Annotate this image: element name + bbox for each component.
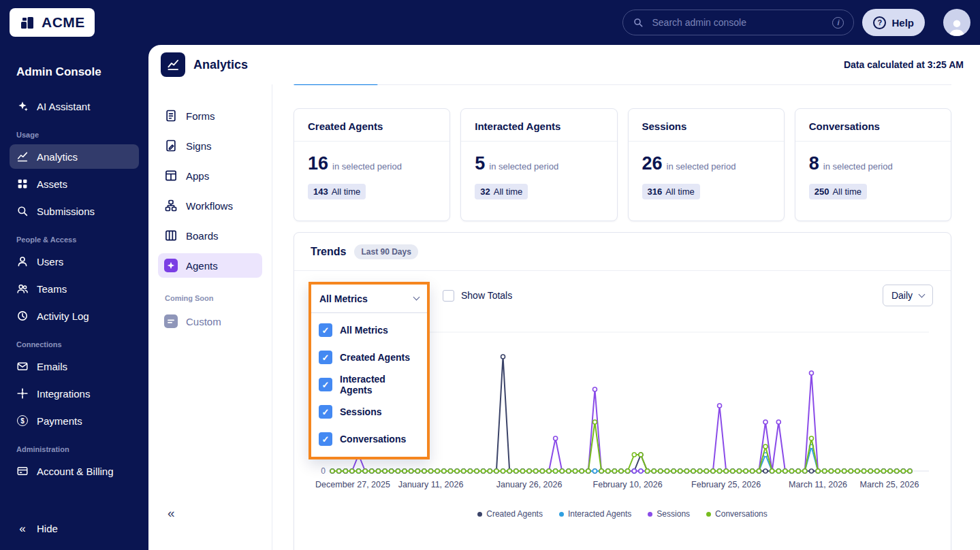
all-time-badge: 143All time xyxy=(308,184,366,199)
product-nav-label: Custom xyxy=(186,316,221,327)
legend-dot-icon xyxy=(706,512,711,517)
billing-card-icon xyxy=(16,465,29,477)
metrics-option-interacted-agents[interactable]: Interacted Agents xyxy=(311,371,427,398)
legend-dot-icon xyxy=(648,512,652,517)
stat-title: Conversations xyxy=(795,109,951,142)
tab-bar xyxy=(294,84,951,85)
all-time-value: 143 xyxy=(313,187,328,197)
all-time-label: All time xyxy=(665,187,695,197)
product-nav-label: Workflows xyxy=(186,200,233,212)
stat-period-label: in selected period xyxy=(489,161,558,172)
checkbox-checked-icon[interactable] xyxy=(319,378,332,391)
legend-label: Interacted Agents xyxy=(568,509,631,519)
stat-title: Interacted Agents xyxy=(461,109,616,142)
trends-header: Trends Last 90 Days xyxy=(294,233,951,271)
double-chevron-left-icon: « xyxy=(16,522,29,534)
product-nav-apps[interactable]: Apps xyxy=(158,163,262,188)
product-nav-forms[interactable]: Forms xyxy=(158,103,262,128)
stat-title: Created Agents xyxy=(294,109,449,142)
acme-logo[interactable]: ACME xyxy=(10,8,95,37)
sidebar-item-emails[interactable]: Emails xyxy=(10,354,139,378)
all-time-label: All time xyxy=(832,187,862,197)
logo-text: ACME xyxy=(42,14,85,31)
search-bar[interactable]: i xyxy=(622,10,854,35)
sidebar-hide-button[interactable]: « Hide xyxy=(10,516,139,540)
stats-row: Created Agents 16in selected period 143A… xyxy=(294,108,951,221)
product-nav-label: Signs xyxy=(186,140,212,152)
legend-dot-icon xyxy=(477,512,482,517)
integrations-icon xyxy=(16,387,29,400)
hide-label: Hide xyxy=(37,523,58,534)
trends-range-badge: Last 90 Days xyxy=(354,244,417,259)
sidebar-item-submissions[interactable]: Submissions xyxy=(10,199,139,223)
sidebar-item-integrations[interactable]: Integrations xyxy=(10,381,139,406)
product-nav-boards[interactable]: Boards xyxy=(158,223,262,248)
stat-value: 8 xyxy=(809,153,819,174)
checkbox-checked-icon[interactable] xyxy=(319,432,332,446)
sidebar-item-label: Teams xyxy=(37,283,67,295)
product-nav-label: Forms xyxy=(186,110,215,122)
section-label-usage: Usage xyxy=(16,131,132,139)
metrics-option-conversations[interactable]: Conversations xyxy=(311,425,427,453)
metrics-option-all-metrics[interactable]: All Metrics xyxy=(311,317,427,344)
search-info-icon[interactable]: i xyxy=(832,17,844,29)
topbar: ACME i ? Help xyxy=(0,0,980,45)
sidebar-item-account-billing[interactable]: Account & Billing xyxy=(10,459,139,483)
product-nav: Forms Signs Apps Workflows Boards xyxy=(148,84,272,550)
sidebar-item-users[interactable]: Users xyxy=(10,249,139,274)
workflows-icon xyxy=(164,199,178,212)
checkbox-checked-icon[interactable] xyxy=(319,405,332,419)
checkbox-checked-icon[interactable] xyxy=(319,323,332,337)
apps-icon xyxy=(164,169,178,182)
checkbox-unchecked-icon[interactable] xyxy=(443,290,454,302)
help-button[interactable]: ? Help xyxy=(862,9,925,36)
product-nav-signs[interactable]: Signs xyxy=(158,133,262,158)
sidebar-item-label: Analytics xyxy=(37,151,78,163)
stat-card-sessions: Sessions 26in selected period 316All tim… xyxy=(628,108,785,221)
show-totals-label: Show Totals xyxy=(461,290,512,301)
product-nav-custom[interactable]: Custom xyxy=(158,309,262,334)
search-input[interactable] xyxy=(650,16,825,29)
chevron-down-icon xyxy=(413,294,420,301)
clock-icon xyxy=(16,310,29,322)
product-nav-label: Apps xyxy=(186,170,209,182)
sidebar-item-ai-assistant[interactable]: AI Assistant xyxy=(10,94,139,118)
sidebar-item-teams[interactable]: Teams xyxy=(10,276,139,301)
trends-title: Trends xyxy=(311,246,346,258)
main-header: Analytics Data calculated at 3:25 AM xyxy=(148,45,980,84)
main-panel: Analytics Data calculated at 3:25 AM For… xyxy=(148,45,980,550)
legend-item: Interacted Agents xyxy=(559,509,631,519)
sidebar-item-activity-log[interactable]: Activity Log xyxy=(10,304,139,328)
chevron-down-icon xyxy=(919,291,926,297)
product-nav-label: Agents xyxy=(186,260,218,272)
collapse-nav-button[interactable]: « xyxy=(163,505,179,521)
active-tab-indicator xyxy=(294,84,378,85)
section-label-people-access: People & Access xyxy=(16,236,132,244)
product-nav-label: Boards xyxy=(186,230,219,242)
metrics-option-created-agents[interactable]: Created Agents xyxy=(311,344,427,371)
sidebar-item-label: Assets xyxy=(37,178,67,190)
data-calculated-text: Data calculated at 3:25 AM xyxy=(844,59,964,70)
trends-card: Trends Last 90 Days Show Totals Daily Al… xyxy=(294,232,951,550)
user-avatar[interactable] xyxy=(943,9,970,36)
sidebar-item-label: Activity Log xyxy=(37,310,89,322)
stat-card-conversations: Conversations 8in selected period 250All… xyxy=(795,108,951,221)
metrics-select[interactable]: All Metrics xyxy=(311,285,427,313)
metrics-option-label: Created Agents xyxy=(340,352,410,363)
granularity-select[interactable]: Daily xyxy=(883,285,933,306)
product-nav-workflows[interactable]: Workflows xyxy=(158,193,262,218)
teams-icon xyxy=(16,282,29,295)
sidebar-item-analytics[interactable]: Analytics xyxy=(10,144,139,169)
sidebar-item-payments[interactable]: $ Payments xyxy=(10,408,139,433)
legend-item: Conversations xyxy=(706,509,768,519)
granularity-value: Daily xyxy=(891,290,913,301)
boards-icon xyxy=(164,229,178,242)
checkbox-checked-icon[interactable] xyxy=(319,351,332,364)
metrics-option-sessions[interactable]: Sessions xyxy=(311,398,427,425)
sidebar-item-assets[interactable]: Assets xyxy=(10,172,139,196)
product-nav-agents[interactable]: Agents xyxy=(158,253,262,278)
payments-icon: $ xyxy=(16,415,29,427)
show-totals-checkbox[interactable]: Show Totals xyxy=(443,290,512,302)
svg-text:December 27, 2025: December 27, 2025 xyxy=(315,480,390,489)
sidebar-item-label: Users xyxy=(37,256,63,268)
